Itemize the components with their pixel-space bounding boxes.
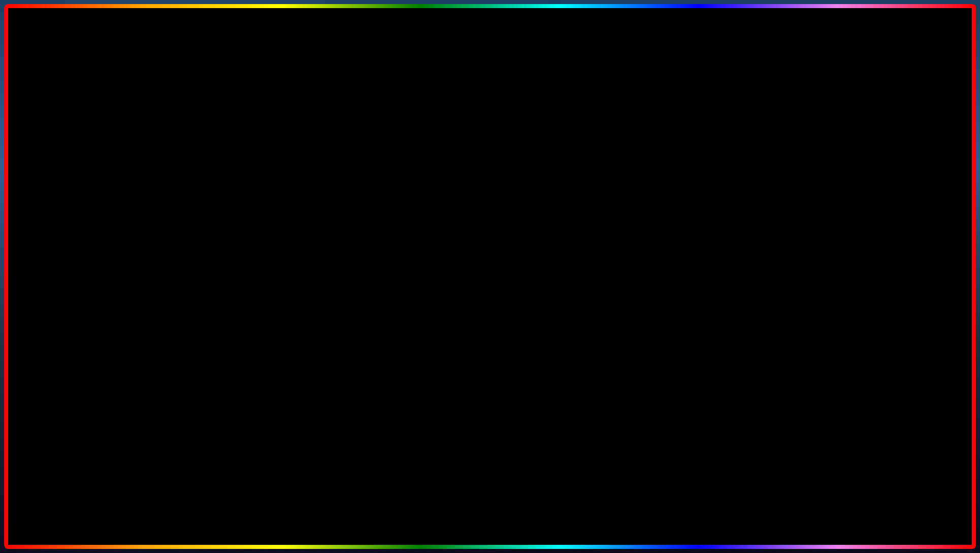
left-nav-teleport[interactable]: 🌀 Teleport [37, 280, 117, 295]
select-monster-chevron-icon: ▼ [269, 263, 275, 270]
auto-electric-claw-button[interactable]: Auto Electric Claw [779, 200, 937, 218]
section-other-line-right [218, 250, 282, 250]
right-nav-settings[interactable]: ⚙ Settings [692, 201, 772, 217]
panel-title-bar [43, 180, 282, 181]
player-icon: 👥 [45, 267, 55, 276]
main-icon: ⊞ [45, 188, 51, 198]
right-nav-weapons[interactable]: ✕ Weapons [692, 217, 772, 232]
auto-dragon-talon-label: Auto Dragon Talon [787, 238, 845, 246]
logo-blox-text: BLOX [834, 492, 902, 520]
auto-farm-checkbox[interactable]: ✓ [266, 227, 275, 236]
left-nav-weapons-label: Weapons [56, 221, 86, 229]
left-panel-body: ⊞ Main ⚙ Settings ✕ Weapons 👤 Race V4 📊 [37, 185, 288, 298]
left-nav-settings-label: Settings [57, 205, 83, 213]
bottom-text: AUTO FARM SCRIPT PASTEBIN [25, 480, 727, 533]
left-nav-stats[interactable]: 📊 Stats [37, 248, 117, 264]
weapons-icon: ✕ [45, 220, 51, 229]
logo-fruits-text: FRUITS [824, 520, 912, 547]
right-panel-title-bar [698, 180, 937, 181]
right-nav-player[interactable]: 👥 Player [692, 264, 772, 280]
auto-electric-claw-label: Auto Electric Claw [787, 205, 844, 213]
left-nav-stats-label: Stats [60, 252, 76, 260]
right-nav-stats-label: Stats [715, 252, 731, 260]
main-title: BLOX FRUITS [0, 15, 980, 107]
right-nav-weapons-label: Weapons [711, 221, 741, 229]
right-nav-teleport[interactable]: 🌀 Teleport [692, 280, 772, 295]
root: BLOX FRUITS NO KEY !! FreeFrai HUB | hyp… [0, 0, 980, 553]
god-human-checkbox[interactable] [921, 270, 930, 280]
select-monster-label: Select Monster : [132, 263, 183, 271]
god-human-header: God Human [779, 255, 937, 263]
left-main-col: Main Select Mode Farm : Level Farm ▼ Sta… [118, 185, 288, 298]
right-panel-header: FreeFrai HUB [692, 163, 943, 180]
electric-claw-header: Electric Claw [779, 189, 937, 197]
left-nav-player-label: Player [60, 268, 80, 276]
skull-icon: 💀 [853, 467, 884, 490]
select-mode-dropdown[interactable]: Select Mode Farm : Level Farm ▼ [124, 202, 282, 220]
right-nav-main[interactable]: ⊞ Main [692, 185, 772, 201]
left-nav-weapons[interactable]: ✕ Weapons [37, 217, 117, 232]
right-nav-teleport-label: Teleport [715, 284, 740, 292]
left-nav-racev4-label: Race V4 [60, 236, 87, 245]
extra-dropdown[interactable]: ▼ [124, 279, 282, 295]
stats-icon: 📊 [45, 251, 55, 261]
right-nav-stats[interactable]: 📊 Stats [692, 248, 772, 264]
right-teleport-icon: 🌀 [700, 283, 710, 292]
right-nav-col: ⊞ Main ⚙ Settings ✕ Weapons 👤 Race V4 📊 [692, 185, 773, 295]
pastebin-text: PASTEBIN [499, 481, 727, 532]
electric-claw-checkbox[interactable] [921, 204, 930, 214]
settings-icon: ⚙ [45, 204, 52, 214]
left-nav-settings[interactable]: ⚙ Settings [37, 201, 117, 217]
hub-subtitle: | hype | [87, 168, 107, 175]
section-main-label: Main [194, 189, 212, 198]
dragon-talon-checkbox[interactable] [921, 237, 930, 247]
section-other-line-left [124, 250, 188, 250]
right-hub-title: FreeFrai HUB [698, 167, 738, 175]
left-nav-main[interactable]: ⊞ Main [37, 185, 117, 201]
right-panel: FreeFrai HUB ⊞ Main ⚙ Settings ✕ Weapons [691, 162, 944, 301]
right-nav-racev4-label: Race V4 [715, 236, 742, 245]
right-racev4-icon: 👤 [700, 235, 710, 245]
right-main-icon: ⊞ [700, 188, 706, 198]
right-nav-main-label: Main [711, 189, 727, 197]
right-nav-racev4[interactable]: 👤 Race V4 [692, 232, 772, 248]
left-nav-racev4[interactable]: 👤 Race V4 [37, 232, 117, 248]
teleport-icon: 🌀 [45, 283, 55, 292]
auto-god-human-label: Auto_God_Human [787, 271, 845, 279]
auto-farm-text: AUTO FARM [25, 481, 296, 532]
left-section-main: Main [124, 189, 282, 198]
auto-god-human-button[interactable]: Auto_God_Human [779, 266, 937, 284]
left-panel: FreeFrai HUB | hype | ⊞ Main ⚙ Settings … [36, 162, 289, 304]
hub-title: FreeFrai HUB [43, 167, 83, 175]
extra-chevron-icon: ▼ [269, 283, 275, 290]
right-nav-player-label: Player [715, 268, 735, 276]
select-mode-label: Select Mode Farm : Level Farm [132, 207, 231, 215]
left-nav-player[interactable]: 👥 Player [37, 264, 117, 280]
start-auto-farm-button[interactable]: Start Auto Farm ✓ [124, 223, 282, 241]
right-nav-settings-label: Settings [712, 205, 738, 213]
section-line-right [216, 194, 282, 194]
script-text: SCRIPT [319, 481, 486, 532]
start-auto-farm-label: Start Auto Farm [132, 228, 181, 236]
right-main-col: Electric Claw Auto Electric Claw Dragon … [773, 185, 943, 295]
left-section-other: Other [124, 245, 282, 254]
right-weapons-icon: ✕ [700, 220, 706, 229]
select-monster-dropdown[interactable]: Select Monster : ▼ [124, 258, 282, 275]
chevron-down-icon: ▼ [269, 208, 275, 215]
skull-emoji: 💀 [858, 469, 878, 488]
right-settings-icon: ⚙ [700, 204, 707, 214]
dragon-talon-header: Dragon Talon [779, 222, 937, 230]
left-nav-main-label: Main [56, 189, 72, 197]
right-panel-body: ⊞ Main ⚙ Settings ✕ Weapons 👤 Race V4 📊 [692, 185, 943, 295]
right-stats-icon: 📊 [700, 251, 710, 261]
racev4-icon: 👤 [45, 235, 55, 245]
logo-bottom-right: 💀 BLOX FRUITS [797, 472, 939, 543]
left-nav-col: ⊞ Main ⚙ Settings ✕ Weapons 👤 Race V4 📊 [37, 185, 118, 298]
section-other-label: Other [192, 245, 214, 254]
right-player-icon: 👥 [700, 267, 710, 276]
auto-dragon-talon-button[interactable]: Auto Dragon Talon [779, 233, 937, 251]
section-line-left [124, 194, 190, 194]
left-panel-header: FreeFrai HUB | hype | [37, 163, 288, 180]
left-nav-teleport-label: Teleport [60, 284, 85, 292]
